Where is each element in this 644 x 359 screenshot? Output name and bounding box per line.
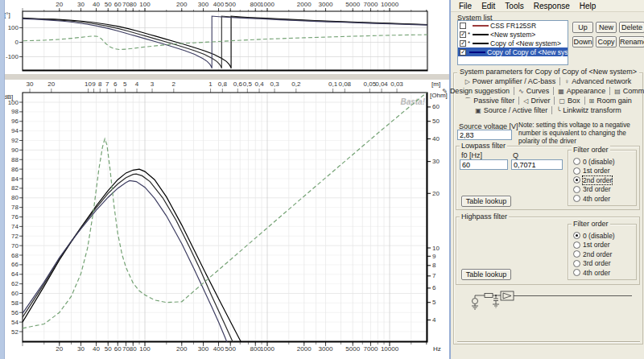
svg-text:20: 20 [56, 345, 63, 353]
svg-text:3000: 3000 [319, 1, 333, 8]
advanced-network-icon: ♀ [564, 78, 569, 85]
menu-help[interactable]: Help [575, 1, 601, 11]
visibility-checkbox[interactable]: ✓ [460, 49, 466, 56]
svg-text:0,3: 0,3 [270, 80, 279, 88]
tab-passive-filter[interactable]: ⌒Passive filter [460, 97, 518, 105]
svg-text:80: 80 [11, 194, 19, 201]
tab-row: ▣Source / Active filter╰Linkwitz transfo… [456, 105, 641, 115]
svg-text:20: 20 [432, 190, 440, 197]
lowpass-filter-title: Lowpass filter [460, 142, 507, 150]
tab-label: Source / Active filter [484, 106, 548, 114]
system-list-item-copy-of-new-system[interactable]: ✓*Copy of <New system> [458, 39, 568, 47]
down-button[interactable]: Down [572, 36, 593, 47]
svg-text:78: 78 [11, 204, 19, 211]
lowpass-order-option-1st-order[interactable]: 1st order [573, 167, 615, 176]
copy-button[interactable]: Copy [596, 36, 617, 47]
lowpass-order-option-0-disable[interactable]: 0 (disable) [573, 157, 615, 167]
system-list-item-copy-of-copy-of-new-system[interactable]: ✓Copy of Copy of <New system> [458, 47, 568, 56]
svg-text:70: 70 [11, 242, 19, 250]
svg-text:300: 300 [198, 1, 209, 8]
visibility-checkbox[interactable] [460, 23, 466, 29]
tab-room-gain[interactable]: ⊞Room gain [584, 97, 636, 105]
lowpass-q-input[interactable] [511, 159, 563, 170]
svg-text:60: 60 [432, 103, 440, 110]
svg-text:82: 82 [11, 184, 19, 192]
system-list[interactable]: CSS FR125SR✓*<New system>✓*Copy of <New … [457, 20, 568, 65]
highpass-filter-groupbox: Highpass filter Filter order 0 (disable)… [456, 217, 640, 285]
highpass-order-option-1st-order[interactable]: 1st order [573, 241, 615, 250]
delete-button[interactable]: Delete [619, 22, 644, 33]
svg-text:1: 1 [208, 80, 213, 88]
tab-advanced-network[interactable]: ♀Advanced network [559, 77, 635, 85]
tab-appearance[interactable]: ▦Appearance [553, 87, 609, 95]
radio-button[interactable] [573, 186, 580, 193]
svg-text:50: 50 [105, 345, 112, 353]
lowpass-order-option-4th-order[interactable]: 4th order [573, 194, 615, 204]
system-list-item-new-system[interactable]: ✓*<New system> [458, 30, 568, 39]
radio-button[interactable] [573, 232, 580, 239]
svg-text:74: 74 [11, 223, 19, 230]
menu-response[interactable]: Response [529, 1, 575, 11]
up-button[interactable]: Up [572, 22, 593, 33]
svg-text:5000: 5000 [345, 345, 360, 353]
visibility-checkbox[interactable]: ✓ [460, 40, 466, 47]
menu-file[interactable]: File [454, 1, 477, 11]
tab-label: Appearance [567, 87, 606, 95]
lowpass-f0-input[interactable] [460, 159, 508, 170]
highpass-table-lookup-button[interactable]: Table lookup [461, 269, 511, 280]
svg-text:9: 9 [432, 253, 436, 260]
radio-button[interactable] [573, 241, 580, 249]
tab-source-active-filter[interactable]: ▣Source / Active filter [471, 106, 551, 114]
svg-text:7: 7 [432, 272, 436, 279]
visibility-checkbox[interactable]: ✓ [460, 31, 466, 38]
lowpass-order-option-2nd-order[interactable]: 2nd order [573, 175, 615, 185]
basta-application-window: 1000-10020304050607080100200300400500800… [0, 0, 644, 359]
radio-button[interactable] [573, 158, 580, 165]
svg-text:96: 96 [11, 118, 19, 125]
tab-driver[interactable]: ◁Driver [518, 97, 554, 105]
system-list-item-css-fr125sr[interactable]: CSS FR125SR [458, 21, 568, 30]
radio-label: 0 (disable) [583, 232, 615, 240]
tab-label: Room gain [597, 97, 632, 105]
tab-comment[interactable]: ▤Comment [609, 87, 644, 95]
svg-text:56: 56 [11, 309, 19, 316]
highpass-order-option-3rd-order[interactable]: 3rd order [573, 259, 615, 269]
radio-button[interactable] [573, 250, 580, 258]
radio-button[interactable] [573, 260, 580, 267]
highpass-order-option-0-disable[interactable]: 0 (disable) [573, 231, 615, 241]
radio-button[interactable] [573, 167, 580, 175]
svg-text:76: 76 [11, 213, 19, 221]
lowpass-filter-groupbox: Lowpass filter f0 [Hz] Q Filter order 0 … [456, 146, 640, 210]
svg-text:0,03: 0,03 [390, 80, 403, 88]
radio-button[interactable] [573, 176, 580, 184]
highpass-order-option-2nd-order[interactable]: 2nd order [573, 250, 615, 259]
new-button[interactable]: New [596, 22, 617, 33]
tab-power-amplifier-ac-bass[interactable]: ▷Power amplifier / AC-bass [461, 77, 560, 85]
tab-linkwitz-transform[interactable]: ╰Linkwitz transform [551, 106, 625, 114]
svg-text:4: 4 [135, 80, 139, 88]
svg-text:60: 60 [11, 290, 19, 297]
rename-button[interactable]: Rename [619, 36, 644, 47]
lowpass-order-option-3rd-order[interactable]: 3rd order [573, 185, 615, 195]
menu-tools[interactable]: Tools [500, 1, 528, 11]
tab-design-suggestion[interactable]: ✎Design suggestion [438, 87, 514, 95]
svg-text:30: 30 [77, 1, 85, 8]
svg-text:80: 80 [130, 345, 137, 353]
svg-text:7000: 7000 [364, 345, 378, 353]
chart-panel-divider [0, 74, 449, 80]
svg-text:0,4: 0,4 [254, 80, 264, 88]
radio-button[interactable] [573, 195, 580, 202]
menu-edit[interactable]: Edit [477, 1, 500, 11]
svg-text:4: 4 [432, 316, 436, 324]
system-name: Copy of Copy of <New system> [487, 48, 568, 56]
radio-button[interactable] [573, 269, 580, 276]
source-voltage-input[interactable] [457, 130, 512, 140]
curve-color-sample [473, 34, 489, 35]
highpass-order-option-4th-order[interactable]: 4th order [573, 268, 615, 278]
tab-curves[interactable]: ∿Curves [514, 87, 553, 95]
svg-text:8: 8 [432, 262, 436, 269]
system-parameters-title: System parameters for Copy of Copy of <N… [457, 68, 639, 76]
lowpass-table-lookup-button[interactable]: Table lookup [461, 196, 511, 207]
parameter-tabs: ▷Power amplifier / AC-bass♀Advanced netw… [456, 76, 641, 115]
tab-box[interactable]: ▢Box [554, 97, 584, 105]
